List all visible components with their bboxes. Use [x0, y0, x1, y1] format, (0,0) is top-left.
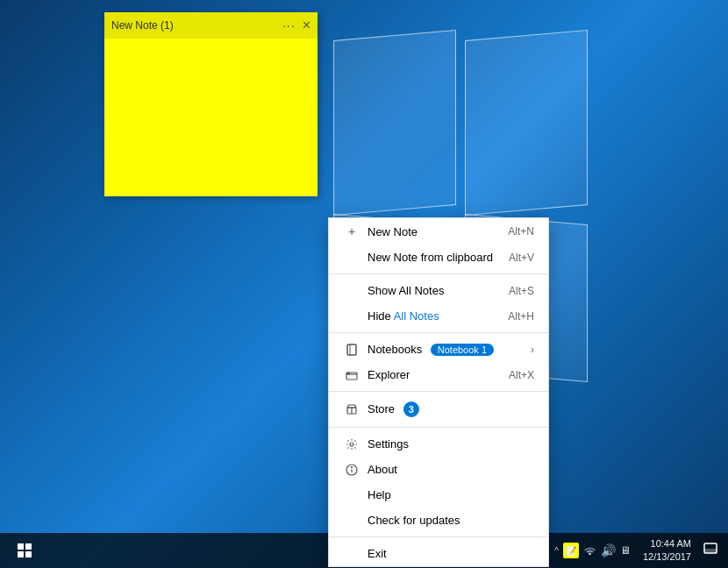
tray-expand-icon[interactable]: ^: [554, 546, 559, 556]
shortcut-explorer: Alt+X: [509, 369, 534, 381]
volume-icon[interactable]: 🔊: [601, 543, 616, 557]
menu-label-new-note: New Note: [368, 225, 508, 238]
submenu-arrow: ›: [531, 344, 534, 356]
svg-rect-11: [25, 543, 32, 550]
sticky-note-title: New Note (1): [111, 19, 174, 32]
menu-item-settings[interactable]: Settings: [329, 431, 548, 457]
menu-label-about: About: [368, 463, 534, 476]
svg-rect-0: [347, 344, 356, 355]
menu-label-notebooks: Notebooks Notebook 1: [368, 343, 531, 356]
divider-1: [329, 273, 548, 274]
sticky-note-close-button[interactable]: ×: [303, 18, 310, 33]
divider-3: [329, 391, 548, 392]
menu-item-show-all[interactable]: Show All Notes Alt+S: [329, 278, 548, 303]
divider-2: [329, 332, 548, 333]
menu-label-explorer: Explorer: [368, 368, 509, 381]
notification-icon: [703, 542, 717, 556]
menu-item-hide-all[interactable]: Hide All Notes Alt+H: [329, 303, 548, 329]
notebook-icon: [343, 344, 360, 356]
menu-label-store: Store 3: [368, 401, 534, 417]
divider-4: [329, 427, 548, 428]
shortcut-clipboard: Alt+V: [509, 252, 534, 264]
network-icon[interactable]: 🖥: [620, 544, 631, 557]
sticky-note-window[interactable]: New Note (1) ··· ×: [104, 12, 318, 196]
menu-item-notebooks[interactable]: Notebooks Notebook 1 ›: [329, 337, 548, 362]
svg-rect-15: [704, 549, 717, 553]
menu-label-check-updates: Check for updates: [368, 514, 534, 527]
menu-label-hide-all: Hide All Notes: [368, 309, 508, 323]
menu-item-help[interactable]: Help: [329, 482, 548, 508]
menu-item-new-note[interactable]: + New Note Alt+N: [329, 218, 548, 245]
start-button[interactable]: [4, 533, 46, 568]
explorer-icon: [343, 369, 360, 381]
sticky-note-titlebar: New Note (1) ··· ×: [104, 12, 318, 39]
context-menu: + New Note Alt+N New Note from clipboard…: [328, 217, 549, 567]
notification-button[interactable]: [700, 542, 721, 559]
svg-point-6: [350, 443, 353, 446]
shortcut-hide-all: Alt+H: [508, 310, 534, 323]
svg-point-9: [352, 466, 353, 467]
menu-item-check-updates[interactable]: Check for updates: [329, 508, 548, 533]
shortcut-show-all: Alt+S: [509, 285, 534, 297]
menu-item-exit[interactable]: Exit: [329, 541, 548, 566]
settings-icon: [343, 438, 360, 451]
sticky-notes-tray-icon[interactable]: 📝: [563, 543, 579, 558]
info-icon: [343, 464, 360, 476]
menu-label-help: Help: [368, 488, 534, 501]
svg-rect-10: [18, 543, 24, 550]
sticky-note-controls: ··· ×: [282, 18, 310, 33]
taskbar-left: [0, 533, 46, 568]
svg-rect-12: [18, 551, 24, 557]
wifi-icon[interactable]: [583, 543, 596, 557]
menu-item-explorer[interactable]: Explorer Alt+X: [329, 362, 548, 387]
divider-5: [329, 536, 548, 537]
tray-icons: ^ 📝 🔊 🖥: [551, 543, 634, 558]
menu-item-store[interactable]: Store 3: [329, 395, 548, 423]
menu-label-exit: Exit: [368, 547, 534, 560]
menu-label-new-note-clipboard: New Note from clipboard: [368, 251, 509, 264]
plus-icon: +: [343, 224, 360, 238]
menu-label-settings: Settings: [368, 437, 534, 451]
menu-item-about[interactable]: About: [329, 457, 548, 482]
sticky-note-body[interactable]: [104, 39, 318, 196]
clock-time: 10:44 AM: [643, 537, 691, 550]
clock-date: 12/13/2017: [643, 550, 691, 564]
menu-label-show-all: Show All Notes: [368, 284, 509, 297]
store-icon: [343, 403, 360, 415]
shortcut-new-note: Alt+N: [508, 225, 534, 238]
menu-item-new-note-clipboard[interactable]: New Note from clipboard Alt+V: [329, 245, 548, 270]
svg-point-3: [348, 373, 350, 374]
taskbar-right: ^ 📝 🔊 🖥 10:44 AM 12/: [551, 537, 728, 564]
system-clock[interactable]: 10:44 AM 12/13/2017: [639, 537, 695, 564]
windows-icon: [18, 543, 32, 557]
desktop: New Note (1) ··· × + New Note Alt+N New …: [0, 0, 728, 568]
sticky-note-menu-button[interactable]: ···: [282, 18, 296, 32]
svg-rect-13: [25, 551, 32, 557]
